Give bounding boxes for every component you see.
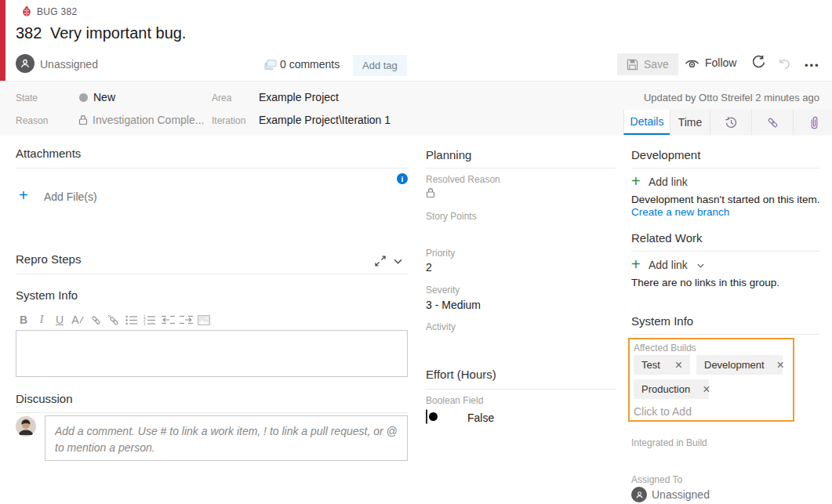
- priority-value[interactable]: 2: [426, 261, 432, 274]
- state-value[interactable]: New: [93, 91, 115, 103]
- story-points-label: Story Points: [426, 211, 477, 222]
- chevron-down-icon[interactable]: [394, 259, 402, 264]
- effort-heading: Effort (Hours): [426, 368, 496, 381]
- work-item-type-label: BUG 382: [37, 6, 77, 17]
- related-work-message: There are no links in this group.: [631, 277, 779, 288]
- tag-chip[interactable]: Test×: [634, 355, 690, 375]
- richtext-toolbar: B I U A 1 2 3: [16, 313, 212, 327]
- add-files-button[interactable]: Add File(s): [44, 190, 97, 203]
- create-branch-link[interactable]: Create a new branch: [631, 206, 729, 218]
- comments-count[interactable]: 0 comments: [280, 58, 340, 71]
- bulleted-list-icon[interactable]: [124, 313, 140, 327]
- work-item-id: 382: [16, 24, 42, 42]
- tag-chip[interactable]: Production×: [634, 379, 709, 399]
- insert-image-icon[interactable]: [196, 313, 212, 327]
- divider: [426, 168, 616, 169]
- add-tag-button[interactable]: Add tag: [353, 55, 407, 76]
- priority-label: Priority: [426, 248, 455, 259]
- system-info-group-heading: System Info: [631, 314, 693, 328]
- severity-value[interactable]: 3 - Medium: [426, 299, 481, 311]
- related-work-add-link-button[interactable]: Add link: [649, 259, 688, 271]
- insert-link-icon[interactable]: [88, 313, 104, 327]
- history-icon: [725, 116, 738, 129]
- attachment-icon: [809, 116, 819, 129]
- area-label: Area: [212, 92, 231, 103]
- divider: [631, 334, 819, 335]
- remove-link-icon[interactable]: [106, 313, 122, 327]
- add-link-plus-icon: +: [631, 256, 641, 272]
- undo-icon: [778, 57, 791, 70]
- assigned-to-avatar[interactable]: [631, 487, 647, 502]
- system-info-editor[interactable]: [16, 330, 408, 377]
- remove-tag-icon[interactable]: ×: [703, 383, 710, 396]
- affected-builds-field[interactable]: Affected Builds Test× Development× Produ…: [628, 338, 794, 422]
- format-painter-icon[interactable]: A: [70, 313, 85, 327]
- tab-time[interactable]: Time: [670, 110, 710, 135]
- remove-tag-icon[interactable]: ×: [777, 359, 784, 372]
- outdent-icon[interactable]: [160, 313, 176, 327]
- assignee-name[interactable]: Unassigned: [40, 58, 98, 71]
- form-tabs: Details Time: [623, 110, 832, 135]
- remove-tag-icon[interactable]: ×: [675, 359, 682, 372]
- more-actions-icon[interactable]: •••: [805, 60, 820, 71]
- integrated-in-build-label: Integrated in Build: [631, 437, 707, 448]
- resolved-reason-label: Resolved Reason: [426, 174, 500, 185]
- work-item-title[interactable]: Very important bug.: [50, 24, 186, 42]
- updated-by-text: Updated by Otto Streifel 2 minutes ago: [644, 92, 819, 103]
- italic-icon[interactable]: I: [34, 313, 49, 327]
- work-item-type-color-bar: [0, 0, 5, 81]
- state-dot: [79, 93, 88, 102]
- click-to-add-placeholder[interactable]: Click to Add: [634, 405, 692, 418]
- planning-heading: Planning: [426, 148, 471, 161]
- follow-button[interactable]: Follow: [685, 56, 736, 69]
- related-work-heading: Related Work: [631, 231, 703, 245]
- reason-value[interactable]: Investigation Comple...: [93, 114, 204, 126]
- underline-icon[interactable]: U: [52, 313, 67, 327]
- attachments-heading: Attachments: [16, 147, 81, 160]
- refresh-icon[interactable]: [751, 55, 766, 70]
- expand-icon[interactable]: [375, 256, 386, 267]
- assigned-to-value[interactable]: Unassigned: [652, 488, 710, 501]
- svg-text:3: 3: [144, 321, 146, 325]
- save-icon: [627, 59, 638, 71]
- indent-icon[interactable]: [178, 313, 194, 327]
- divider: [16, 168, 408, 169]
- comment-input[interactable]: Add a comment. Use # to link a work item…: [45, 415, 408, 461]
- severity-label: Severity: [426, 285, 460, 296]
- area-value[interactable]: Example Project: [259, 91, 339, 103]
- divider: [631, 251, 819, 252]
- info-icon[interactable]: i: [397, 173, 408, 184]
- current-user-avatar: [16, 416, 36, 437]
- development-heading: Development: [631, 148, 700, 161]
- iteration-label: Iteration: [212, 115, 245, 126]
- comments-icon: [263, 60, 278, 71]
- chevron-down-icon[interactable]: [697, 263, 704, 268]
- divider: [16, 274, 408, 274]
- save-button[interactable]: Save: [617, 53, 678, 75]
- add-link-plus-icon: +: [631, 173, 641, 189]
- tab-links[interactable]: [751, 110, 793, 135]
- discussion-heading: Discussion: [16, 392, 73, 405]
- activity-label: Activity: [426, 321, 456, 332]
- assignee-avatar[interactable]: [16, 54, 35, 73]
- boolean-toggle[interactable]: [426, 409, 427, 424]
- development-message: Development hasn't started on this item.: [631, 194, 819, 205]
- tab-details[interactable]: Details: [623, 110, 670, 135]
- tab-attachments[interactable]: [793, 110, 832, 135]
- toggle-knob: [429, 412, 438, 421]
- iteration-value[interactable]: Example Project\Iteration 1: [259, 114, 391, 126]
- bold-icon[interactable]: B: [16, 313, 31, 327]
- lock-icon: [426, 187, 435, 198]
- work-item-form: BUG 382 382 Very important bug. Unassign…: [0, 0, 832, 504]
- tag-chip[interactable]: Development×: [696, 355, 783, 375]
- link-icon: [766, 116, 779, 129]
- state-label: State: [16, 92, 38, 103]
- follow-eye-icon: [685, 57, 699, 69]
- numbered-list-icon[interactable]: 1 2 3: [142, 313, 158, 327]
- boolean-field-label: Boolean Field: [426, 395, 483, 406]
- development-add-link-button[interactable]: Add link: [649, 176, 688, 188]
- reason-label: Reason: [16, 115, 48, 126]
- divider: [631, 168, 819, 169]
- bug-icon: [21, 5, 32, 16]
- tab-history[interactable]: [710, 110, 751, 135]
